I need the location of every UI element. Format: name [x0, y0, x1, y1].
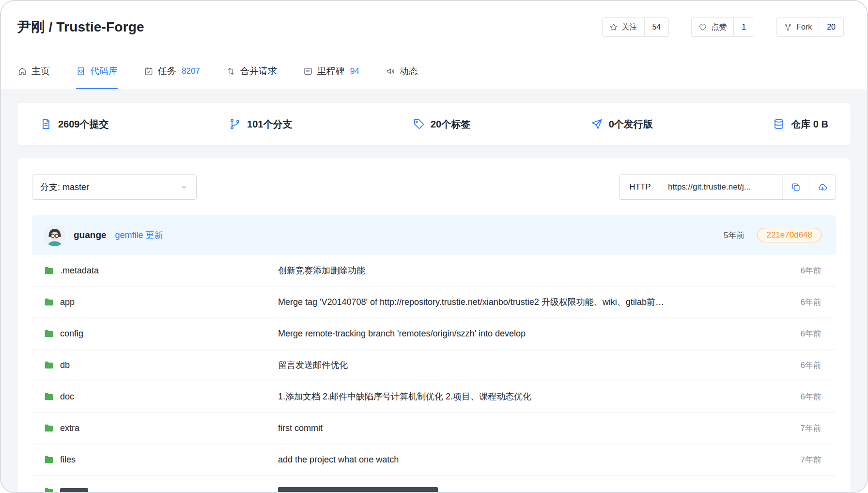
repo-body: 2609个提交101个分支20个标签0个发行版仓库 0 B 分支: master… — [1, 89, 867, 492]
file-commit-message[interactable]: Merge remote-tracking branch 'remotes/or… — [278, 329, 768, 339]
tab-issues-count: 8207 — [182, 66, 200, 76]
stat-branches[interactable]: 101个分支 — [229, 118, 292, 131]
file-row: db留言发送邮件优化6年前 — [32, 350, 836, 381]
copy-icon — [790, 182, 801, 192]
folder-icon — [44, 328, 54, 339]
file-name-link[interactable]: db — [60, 360, 70, 370]
clone-protocol-button[interactable]: HTTP — [620, 175, 661, 199]
file-name-link[interactable]: app — [60, 297, 75, 307]
file-commit-message[interactable]: 1.添加文档 2.邮件中缺陷序号计算机制优化 2.项目、课程动态优化 — [278, 391, 768, 402]
stat-size[interactable]: 仓库 0 B — [773, 118, 828, 131]
folder-icon — [44, 423, 54, 433]
file-name-link[interactable]: doc — [60, 392, 74, 402]
folder-icon — [44, 360, 54, 370]
fork-button[interactable]: Fork20 — [776, 17, 844, 37]
stat-commits[interactable]: 2609个提交 — [40, 118, 109, 131]
praise-button-main[interactable]: 点赞 — [692, 18, 733, 36]
branch-selector-label: 分支: master — [40, 181, 89, 193]
file-commit-time: 7年前 — [768, 423, 822, 434]
file-list: .metadata创新竞赛添加删除功能6年前appMerge tag 'V201… — [32, 255, 836, 492]
fork-button-main[interactable]: Fork — [777, 18, 819, 36]
cloud-download-icon — [817, 182, 828, 192]
file-name-link[interactable]: files — [60, 455, 76, 465]
file-name-link[interactable]: .metadata — [60, 266, 99, 276]
clone-url-input[interactable]: https://git.trustie.net/j... — [661, 175, 782, 199]
fork-label: Fork — [796, 23, 812, 32]
tab-code-label: 代码库 — [90, 65, 118, 78]
file-name-link[interactable]: config — [60, 329, 83, 339]
watch-count[interactable]: 54 — [644, 18, 669, 36]
file-row: .metadata创新竞赛添加删除功能6年前 — [32, 255, 836, 286]
file-row: extrafirst commit7年前 — [32, 413, 836, 444]
app-window: 尹刚 / Trustie-Forge 关注54点赞1Fork20 主页代码库任务… — [0, 0, 868, 493]
file-commit-message[interactable]: first commit — [278, 423, 768, 433]
tab-issues[interactable]: 任务8207 — [144, 53, 200, 89]
clone-url-group: HTTP https://git.trustie.net/j... — [619, 175, 836, 200]
file-name-link[interactable]: extra — [60, 423, 79, 433]
activity-icon — [386, 66, 395, 76]
tab-bar: 主页代码库任务8207合并请求里程碑94动态 — [1, 53, 867, 89]
commit-author[interactable]: guange — [74, 230, 107, 240]
file-name-cell: doc — [44, 391, 278, 402]
file-commit-time: 6年前 — [768, 265, 822, 276]
file-name-cell: extra — [44, 423, 278, 433]
copy-url-button[interactable] — [782, 175, 809, 199]
repo-icon — [76, 66, 86, 76]
page-title: 尹刚 / Trustie-Forge — [17, 18, 144, 36]
tab-home[interactable]: 主页 — [17, 53, 50, 89]
code-toolbar: 分支: master HTTP https://git.trustie.net/… — [32, 175, 836, 200]
heart-icon — [698, 23, 707, 32]
file-commit-message[interactable]: 留言发送邮件优化 — [278, 359, 768, 371]
branch-icon — [229, 118, 241, 130]
stat-commits-label: 2609个提交 — [58, 118, 109, 131]
file-row: configMerge remote-tracking branch 'remo… — [32, 318, 836, 350]
database-icon — [773, 118, 785, 130]
file-row: doc1.添加文档 2.邮件中缺陷序号计算机制优化 2.项目、课程动态优化6年前 — [32, 381, 836, 413]
stat-tags[interactable]: 20个标签 — [412, 118, 470, 131]
milestone-icon — [303, 66, 313, 76]
file-commit-time: 7年前 — [768, 454, 822, 465]
file-commit-time: 6年前 — [768, 328, 822, 339]
folder-icon — [44, 297, 54, 307]
file-commit-message[interactable]: add the project what one watch — [278, 455, 768, 465]
folder-icon — [44, 454, 54, 465]
file-commit-message — [278, 486, 822, 492]
watch-button[interactable]: 关注54 — [602, 17, 669, 37]
folder-icon — [44, 391, 54, 402]
commit-icon — [40, 118, 52, 130]
praise-count[interactable]: 1 — [733, 18, 754, 36]
file-name-cell: .metadata — [44, 265, 278, 276]
file-name-cell — [44, 486, 278, 493]
branch-selector[interactable]: 分支: master — [32, 175, 197, 200]
stat-tags-label: 20个标签 — [431, 118, 470, 131]
author-avatar[interactable] — [44, 224, 66, 246]
stat-releases[interactable]: 0个发行版 — [590, 118, 653, 131]
tab-pulls[interactable]: 合并请求 — [226, 53, 277, 89]
stat-branches-label: 101个分支 — [247, 118, 292, 131]
download-button[interactable] — [809, 175, 836, 199]
watch-button-main[interactable]: 关注 — [603, 18, 644, 36]
file-name-cell: config — [44, 328, 278, 339]
tab-code[interactable]: 代码库 — [76, 53, 118, 89]
tab-milestone-label: 里程碑 — [317, 65, 345, 78]
commit-message-link[interactable]: gemfile 更新 — [115, 229, 163, 241]
file-commit-time: 6年前 — [768, 297, 822, 308]
file-commit-time: 6年前 — [768, 360, 822, 371]
praise-button[interactable]: 点赞1 — [691, 17, 754, 37]
tab-milestone[interactable]: 里程碑94 — [303, 53, 359, 89]
file-commit-message[interactable]: 创新竞赛添加删除功能 — [278, 265, 768, 276]
file-commit-time: 6年前 — [768, 391, 822, 402]
tag-icon — [412, 118, 425, 130]
release-icon — [590, 118, 603, 130]
chevron-down-icon — [180, 183, 188, 191]
fork-count[interactable]: 20 — [819, 18, 843, 36]
star-icon — [609, 23, 618, 32]
file-name-cell: app — [44, 297, 278, 307]
tab-home-label: 主页 — [31, 65, 50, 78]
watch-label: 关注 — [622, 22, 637, 32]
stat-size-label: 仓库 0 B — [791, 118, 828, 131]
file-commit-message[interactable]: Merge tag 'V20140708' of http://reposito… — [278, 296, 768, 308]
repo-stats-card: 2609个提交101个分支20个标签0个发行版仓库 0 B — [17, 103, 851, 145]
commit-hash-badge[interactable]: 221e70d648 — [757, 228, 822, 242]
tab-activity[interactable]: 动态 — [386, 53, 418, 89]
